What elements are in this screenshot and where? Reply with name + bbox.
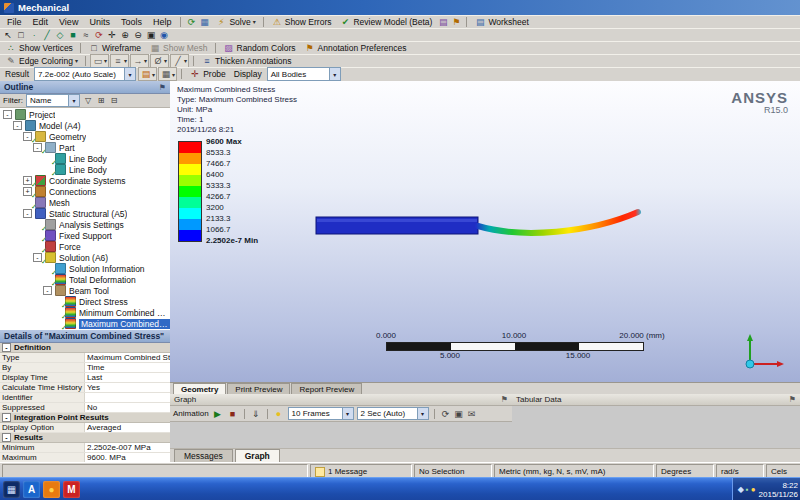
menu-item[interactable]: View [54,17,83,27]
details-row[interactable]: Maximum 9600. MPa [0,453,170,462]
section-collapse-icon[interactable]: - [2,433,11,442]
taskbar-ansys-icon[interactable]: A [23,481,40,498]
tree-item[interactable]: - Part [0,142,170,153]
tray-alert-icon[interactable]: ● [751,485,756,494]
details-row[interactable]: Display Option Averaged [0,423,170,433]
details-row-value[interactable]: No [85,403,170,412]
pin-icon[interactable]: ⚑ [501,395,508,404]
random-colors-button[interactable]: ▨ Random Colors [220,42,299,54]
edge-coloring-button[interactable]: ✎ Edge Coloring ▾ [2,55,81,67]
tree-item[interactable]: Fixed Support [0,230,170,241]
details-row-value[interactable]: 9600. MPa [85,453,170,462]
window-titlebar[interactable]: Mechanical [0,0,800,15]
details-row[interactable]: By Time [0,363,170,373]
details-row-value[interactable]: Last [85,373,170,382]
tree-item[interactable]: - Beam Tool [0,285,170,296]
orientation-triad[interactable] [740,332,786,374]
flag-icon[interactable]: ⚑ [450,16,462,28]
probe-button[interactable]: ✛ Probe [186,68,229,80]
details-row[interactable]: Suppressed No [0,403,170,413]
geometry-viewport[interactable]: Maximum Combined StressType: Maximum Com… [170,81,800,382]
filter-select[interactable]: Name ▾ [26,94,80,107]
play-button[interactable]: ▶ [212,408,224,420]
tray-status-icon[interactable]: ◆ [738,485,744,494]
result-scale-select[interactable]: 7.2e-002 (Auto Scale) ▾ [34,67,136,81]
extend-selection-icon[interactable]: ≈ [80,29,92,41]
taskbar-m-icon[interactable]: M [63,481,80,498]
select-body-icon[interactable]: ■ [67,29,79,41]
annotation-preferences-button[interactable]: ⚑ Annotation Preferences [301,42,410,54]
review-model-button[interactable]: ✔ Review Model (Beta) [336,16,435,28]
menu-item[interactable]: Units [84,17,115,27]
toolbar-dropdown[interactable]: ╱ ▾ [170,54,189,68]
details-row-value[interactable]: Averaged [85,423,170,432]
select-cursor-icon[interactable]: ↖ [2,29,14,41]
details-row-value[interactable] [85,393,170,402]
export-frames-icon[interactable]: ⇓ [250,408,262,420]
tree-item[interactable]: - Model (A4) [0,120,170,131]
pin-icon[interactable]: ⚑ [789,395,796,404]
collapse-all-icon[interactable]: ⊟ [109,96,119,106]
zoom-fit-icon[interactable]: ▣ [145,29,157,41]
tree-item[interactable]: Maximum Combined Stress [0,318,170,329]
tree-item[interactable]: - Static Structural (A5) [0,208,170,219]
section-collapse-icon[interactable]: - [2,413,11,422]
tree-item[interactable]: - Project [0,109,170,120]
display-bodies-select[interactable]: All Bodies ▾ [267,67,341,81]
select-edge-icon[interactable]: ╱ [41,29,53,41]
tray-network-icon[interactable]: ▪ [746,485,749,494]
menu-item[interactable]: File [2,17,27,27]
frames-select[interactable]: 10 Frames ▾ [288,407,354,420]
details-row-value[interactable]: Yes [85,383,170,392]
refresh-graph-icon[interactable]: ⟳ [440,408,452,420]
details-row[interactable]: Minimum 2.2502e-007 MPa [0,443,170,453]
tree-item[interactable]: Analysis Settings [0,219,170,230]
tree-item[interactable]: Minimum Combined Stress [0,307,170,318]
menu-item[interactable]: Edit [28,17,54,27]
export-video-icon[interactable]: ▣ [453,408,465,420]
stop-button[interactable]: ■ [227,408,239,420]
toolbar-dropdown[interactable]: Ø ▾ [150,54,169,68]
chart-icon[interactable]: ▤ [437,16,449,28]
details-section-header[interactable]: - Definition [0,343,170,353]
tree-item[interactable]: Direct Stress [0,296,170,307]
details-section-header[interactable]: - Integration Point Results [0,413,170,423]
toolbar-dropdown[interactable]: ▤ ▾ [138,67,157,81]
pin-icon[interactable]: ⚑ [159,83,166,92]
details-row[interactable]: Display Time Last [0,373,170,383]
select-face-icon[interactable]: ◇ [54,29,66,41]
tree-item[interactable]: - Geometry [0,131,170,142]
graph-content[interactable] [170,422,512,448]
pan-view-icon[interactable]: ✛ [106,29,118,41]
bottom-tab[interactable]: Graph [235,449,280,463]
details-row[interactable]: Identifier [0,393,170,403]
section-collapse-icon[interactable]: - [2,343,11,352]
taskbar-window-icon[interactable]: ▦ [3,481,20,498]
details-row-value[interactable]: Maximum Combined Str... [85,353,170,362]
tree-item[interactable]: + Coordinate Systems [0,175,170,186]
show-mesh-button[interactable]: ▦ Show Mesh [146,42,210,54]
details-row-value[interactable]: Time [85,363,170,372]
menu-item[interactable]: Help [148,17,177,27]
details-row[interactable]: Calculate Time History Yes [0,383,170,393]
rotate-view-icon[interactable]: ⟳ [93,29,105,41]
details-section-header[interactable]: - Results [0,433,170,443]
tree-item[interactable]: - Solution (A6) [0,252,170,263]
thicken-annotations-button[interactable]: ≡ Thicken Annotations [198,55,295,67]
tree-expander-icon[interactable]: - [13,121,22,130]
tree-item[interactable]: Force [0,241,170,252]
tree-expander-icon[interactable]: - [3,110,12,119]
taskbar-clock[interactable]: 8:22 2015/11/26 [759,481,798,499]
refresh-data-icon[interactable]: ⟳ [185,16,197,28]
show-vertices-button[interactable]: ∴ Show Vertices [2,42,76,54]
bulb-icon[interactable]: ● [273,408,285,420]
tree-item[interactable]: Mesh [0,197,170,208]
tree-item[interactable]: Line Body [0,164,170,175]
toolbar-dropdown[interactable]: ▦ ▾ [158,67,177,81]
tree-item[interactable]: Line Body [0,153,170,164]
select-vertex-icon[interactable]: ∙ [28,29,40,41]
expand-all-icon[interactable]: ⊞ [96,96,106,106]
details-row[interactable]: Type Maximum Combined Str... [0,353,170,363]
worksheet-button[interactable]: ▤ Worksheet [471,16,531,28]
tree-item[interactable]: + Connections [0,186,170,197]
